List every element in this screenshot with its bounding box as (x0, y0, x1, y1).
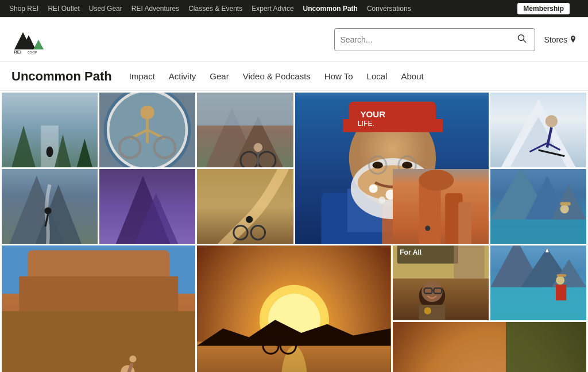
top-nav-uncommon-path[interactable]: Uncommon Path (303, 5, 358, 13)
top-nav-expert-advice[interactable]: Expert Advice (252, 5, 293, 13)
rei-logo[interactable]: REI CO·OP (11, 24, 46, 55)
svg-text:LIFE.: LIFE. (357, 120, 374, 128)
svg-point-134 (556, 276, 564, 285)
search-bar (334, 28, 535, 51)
photo-cell-red-rocks[interactable] (393, 169, 489, 244)
svg-point-18 (141, 105, 154, 119)
top-nav-rei-outlet[interactable]: REI Outlet (48, 5, 79, 13)
svg-point-78 (425, 225, 430, 231)
nav-impact[interactable]: Impact (129, 71, 155, 81)
secondary-nav-links: Impact Activity Gear Video & Podcasts Ho… (129, 71, 424, 82)
svg-point-70 (246, 216, 253, 223)
svg-rect-10 (41, 125, 58, 167)
photo-cell-snowy-skier[interactable] (490, 93, 586, 167)
svg-rect-90 (2, 311, 195, 372)
svg-point-44 (369, 184, 377, 193)
photo-cell-purple-mountain[interactable] (99, 169, 195, 244)
svg-rect-133 (490, 287, 586, 320)
nav-local[interactable]: Local (367, 71, 388, 81)
nav-about[interactable]: About (401, 71, 423, 81)
top-nav-shop-rei[interactable]: Shop REI (9, 5, 38, 13)
photo-cell-cyclist-circle[interactable] (99, 93, 195, 167)
stores-button[interactable]: Stores (544, 35, 577, 44)
top-nav-classes-events[interactable]: Classes & Events (188, 5, 242, 13)
top-nav-rei-adventures[interactable]: REI Adventures (131, 5, 179, 13)
top-navigation: Shop REI REI Outlet Used Gear REI Advent… (0, 0, 588, 17)
nav-activity[interactable]: Activity (169, 71, 196, 81)
photo-cell-mountain-path[interactable] (2, 169, 98, 244)
search-button[interactable] (515, 34, 529, 45)
site-header: REI CO·OP Stores (0, 17, 588, 62)
secondary-navigation: Uncommon Path Impact Activity Gear Video… (0, 62, 588, 91)
svg-point-31 (254, 143, 262, 152)
svg-rect-135 (556, 274, 566, 277)
svg-point-14 (46, 147, 53, 157)
photo-cell-dirt-trail[interactable] (197, 169, 293, 244)
location-icon (570, 36, 577, 44)
svg-rect-119 (454, 246, 484, 278)
svg-text:REI: REI (14, 49, 21, 55)
svg-point-47 (378, 197, 385, 204)
photo-cell-rocky-mesa[interactable] (2, 246, 195, 372)
svg-rect-125 (419, 305, 445, 320)
svg-rect-85 (560, 202, 570, 205)
svg-text:For All: For All (400, 248, 421, 256)
svg-rect-28 (197, 93, 293, 125)
svg-point-64 (44, 208, 51, 214)
photo-cell-winter-trees[interactable] (2, 93, 98, 167)
nav-gear[interactable]: Gear (210, 71, 229, 81)
top-nav-conversations[interactable]: Conversations (367, 5, 411, 13)
svg-point-50 (402, 162, 412, 168)
photo-cell-store-staff[interactable]: Outside For All (393, 246, 489, 320)
site-title: Uncommon Path (11, 69, 112, 84)
photo-cell-dog[interactable] (393, 322, 586, 372)
svg-point-77 (419, 170, 454, 190)
nav-video-podcasts[interactable]: Video & Podcasts (243, 71, 311, 81)
photo-grid: YOUR LIFE. (0, 91, 588, 372)
svg-rect-83 (490, 220, 586, 244)
svg-point-101 (129, 355, 136, 362)
stores-label: Stores (544, 35, 567, 44)
photo-cell-mtb-trail[interactable] (197, 93, 293, 167)
photo-cell-sunset[interactable] (197, 246, 390, 372)
photo-cell-alpine-lake[interactable] (490, 246, 586, 320)
nav-how-to[interactable]: How To (324, 71, 353, 81)
photo-cell-lake-mountains[interactable] (490, 169, 586, 244)
logo-area: REI CO·OP (11, 24, 46, 55)
svg-point-56 (546, 115, 558, 127)
membership-button[interactable]: Membership (517, 3, 570, 14)
top-nav-used-gear[interactable]: Used Gear (89, 5, 122, 13)
svg-point-126 (424, 308, 431, 315)
svg-rect-136 (556, 285, 566, 300)
svg-text:YOUR: YOUR (360, 109, 385, 119)
svg-text:Outside: Outside (400, 246, 425, 247)
svg-line-7 (523, 40, 525, 42)
svg-point-84 (560, 205, 568, 213)
search-input[interactable] (341, 35, 515, 44)
svg-text:CO·OP: CO·OP (28, 51, 37, 54)
svg-rect-76 (458, 202, 471, 244)
svg-point-49 (372, 162, 382, 168)
svg-rect-138 (506, 322, 586, 372)
